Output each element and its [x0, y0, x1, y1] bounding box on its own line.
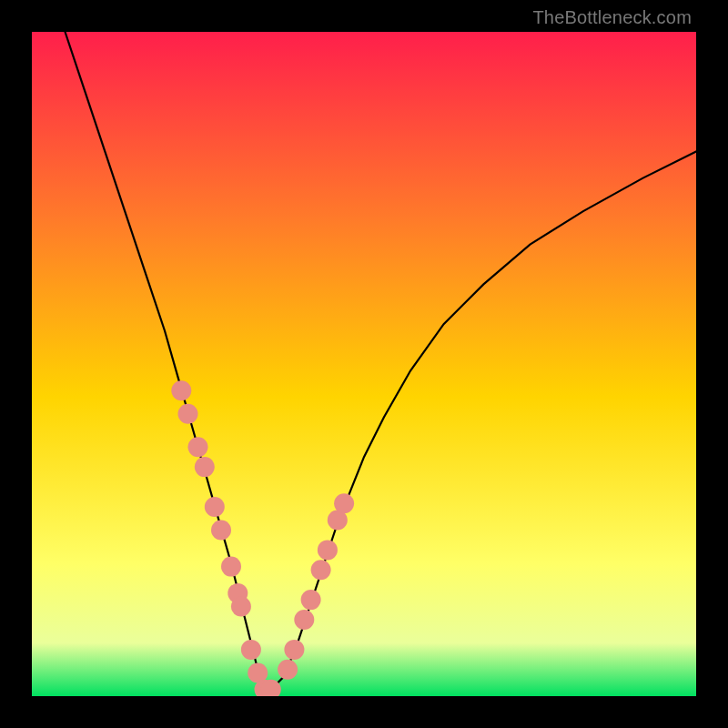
- plot-area: [32, 32, 696, 696]
- highlight-dot: [221, 557, 241, 577]
- highlight-dot: [178, 404, 198, 424]
- highlight-dot: [231, 597, 251, 617]
- highlight-dot: [294, 610, 314, 630]
- highlight-dot: [188, 437, 208, 457]
- highlight-dot: [241, 640, 261, 660]
- highlight-dot: [318, 540, 338, 560]
- highlight-dot: [284, 640, 304, 660]
- highlight-dot: [205, 497, 225, 517]
- highlight-dot: [334, 493, 354, 513]
- chart-stage: TheBottleneck.com: [0, 0, 728, 728]
- highlight-dot: [171, 380, 191, 400]
- gradient-bg: [32, 32, 696, 696]
- highlight-dot: [311, 560, 331, 580]
- highlight-dot: [211, 521, 231, 541]
- highlight-dot: [278, 660, 298, 680]
- watermark-text: TheBottleneck.com: [532, 7, 692, 28]
- highlight-dot: [301, 590, 321, 610]
- plot-svg: [32, 32, 696, 696]
- highlight-dot: [195, 457, 215, 477]
